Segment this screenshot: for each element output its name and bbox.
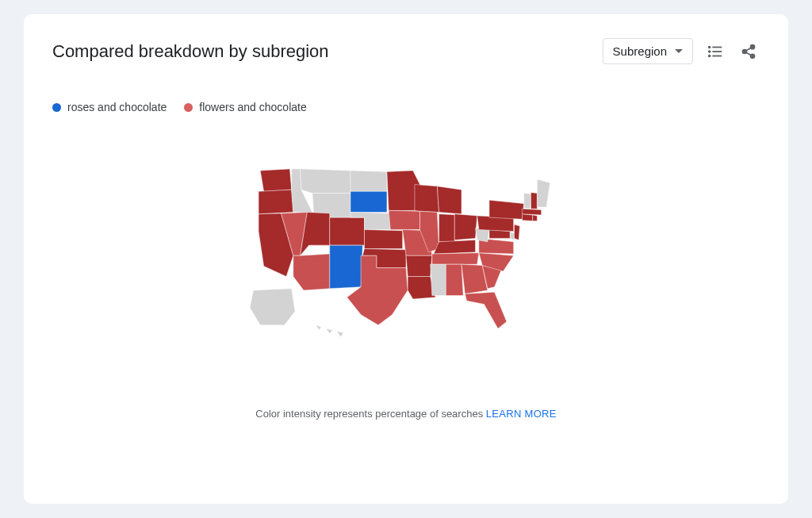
footnote-text: Color intensity represents percentage of… (255, 408, 486, 420)
card-title: Compared breakdown by subregion (52, 41, 329, 62)
dropdown-label: Subregion (613, 44, 667, 58)
legend-item-flowers: flowers and chocolate (184, 101, 306, 113)
state-maine[interactable] (537, 179, 550, 207)
svg-point-8 (751, 54, 755, 58)
state-connecticut[interactable] (523, 214, 533, 221)
legend-item-roses: roses and chocolate (52, 101, 167, 113)
svg-line-9 (746, 48, 751, 50)
chevron-down-icon (675, 49, 683, 53)
subregion-dropdown[interactable]: Subregion (603, 38, 693, 64)
legend-label-2: flowers and chocolate (199, 101, 306, 113)
map-area (52, 121, 760, 360)
trends-card: Compared breakdown by subregion Subregio… (24, 14, 788, 504)
legend-swatch-2 (184, 103, 193, 112)
state-rhode-island[interactable] (533, 215, 538, 221)
us-map[interactable] (239, 152, 573, 360)
legend: roses and chocolate flowers and chocolat… (52, 101, 760, 113)
state-new-york[interactable] (489, 200, 524, 219)
state-iowa[interactable] (389, 210, 419, 229)
state-ohio[interactable] (454, 214, 477, 240)
state-new-hampshire[interactable] (531, 193, 538, 209)
state-hawaii[interactable] (316, 325, 343, 337)
svg-point-7 (743, 49, 747, 53)
state-arizona[interactable] (293, 254, 330, 290)
state-north-dakota[interactable] (350, 171, 387, 191)
state-south-dakota[interactable] (350, 191, 387, 212)
state-delaware[interactable] (510, 232, 514, 240)
state-oregon[interactable] (259, 190, 293, 214)
state-indiana[interactable] (439, 214, 455, 242)
learn-more-link[interactable]: LEARN MORE (486, 408, 557, 420)
state-vermont[interactable] (524, 194, 531, 209)
state-massachusetts[interactable] (523, 209, 542, 215)
state-kentucky[interactable] (434, 240, 476, 255)
list-view-icon[interactable] (704, 40, 726, 63)
state-arkansas[interactable] (406, 255, 432, 276)
state-montana[interactable] (301, 169, 350, 194)
legend-swatch-1 (52, 103, 61, 112)
svg-line-10 (746, 52, 751, 55)
state-new-mexico[interactable] (330, 245, 363, 289)
state-tennessee[interactable] (432, 253, 479, 264)
state-mississippi[interactable] (431, 264, 446, 295)
share-icon[interactable] (737, 40, 760, 63)
state-wisconsin[interactable] (415, 185, 439, 213)
state-colorado[interactable] (330, 217, 365, 245)
header-actions: Subregion (603, 38, 760, 64)
svg-point-6 (751, 44, 755, 48)
svg-point-5 (709, 55, 710, 56)
state-washington[interactable] (260, 169, 291, 191)
svg-point-3 (709, 46, 710, 48)
state-alabama[interactable] (446, 264, 463, 295)
state-alaska[interactable] (250, 289, 295, 325)
state-michigan[interactable] (437, 186, 462, 214)
legend-label-1: roses and chocolate (67, 101, 167, 113)
state-kansas[interactable] (365, 229, 403, 248)
svg-point-4 (709, 51, 710, 52)
state-new-jersey[interactable] (515, 224, 520, 240)
card-header: Compared breakdown by subregion Subregio… (52, 38, 760, 64)
state-florida[interactable] (465, 292, 507, 328)
footnote: Color intensity represents percentage of… (52, 408, 760, 420)
